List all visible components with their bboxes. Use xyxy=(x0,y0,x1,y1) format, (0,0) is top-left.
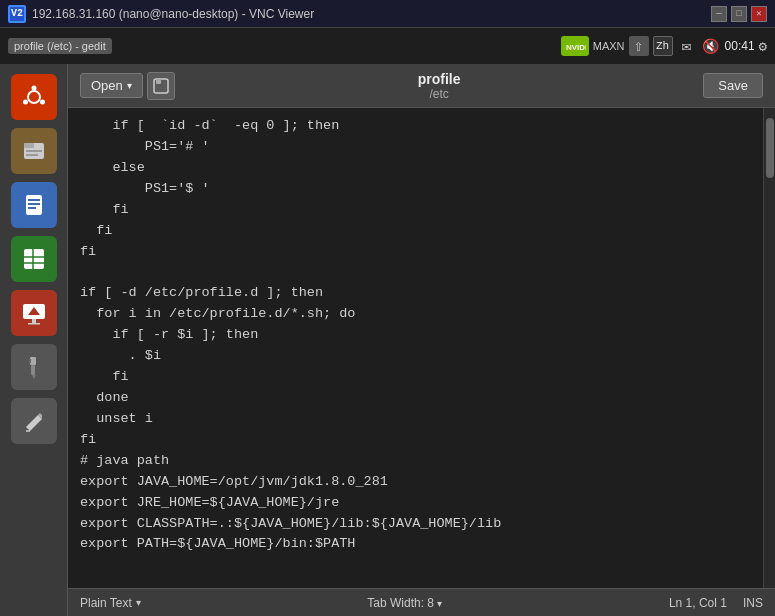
status-right: Ln 1, Col 1 INS xyxy=(669,596,763,610)
svg-rect-24 xyxy=(31,365,35,375)
file-type-arrow: ▾ xyxy=(136,597,141,608)
svg-rect-8 xyxy=(24,143,34,148)
svg-rect-14 xyxy=(28,207,36,209)
open-arrow: ▾ xyxy=(127,80,132,91)
header-left: Open ▾ xyxy=(80,72,175,100)
svg-rect-26 xyxy=(29,359,31,363)
window-controls: ─ □ ✕ xyxy=(711,6,767,22)
clock: 00:41 xyxy=(725,39,755,53)
taskbar-right: NVIDIA MAXN ⇧ Zh ✉ 🔇 00:41 ⚙ xyxy=(561,36,767,56)
header-bar: Open ▾ profile /etc Save xyxy=(68,64,775,108)
sidebar-item-presentation[interactable] xyxy=(11,290,57,336)
settings-icon[interactable]: ⚙ xyxy=(759,38,767,55)
code-container: if [ `id -d` -eq 0 ]; then PS1='# ' else… xyxy=(68,108,775,588)
taskbar: profile (/etc) - gedit NVIDIA MAXN ⇧ Zh … xyxy=(0,28,775,64)
new-tab-button[interactable] xyxy=(147,72,175,100)
svg-rect-21 xyxy=(32,319,36,323)
filename: profile xyxy=(418,71,461,87)
maxn-label: MAXN xyxy=(593,40,625,52)
title-bar: V2 192.168.31.160 (nano@nano-desktop) - … xyxy=(0,0,775,28)
close-button[interactable]: ✕ xyxy=(751,6,767,22)
vnc-logo: V2 xyxy=(8,5,26,23)
header-center: profile /etc xyxy=(418,71,461,101)
svg-rect-12 xyxy=(28,199,40,201)
sidebar-item-spreadsheet[interactable] xyxy=(11,236,57,282)
svg-rect-13 xyxy=(28,203,40,205)
title-bar-title: 192.168.31.160 (nano@nano-desktop) - VNC… xyxy=(32,7,314,21)
maximize-button[interactable]: □ xyxy=(731,6,747,22)
sidebar xyxy=(0,64,68,616)
insert-mode: INS xyxy=(743,596,763,610)
svg-rect-10 xyxy=(26,154,38,156)
scrollbar-track[interactable] xyxy=(763,108,775,588)
editor-area: Open ▾ profile /etc Save xyxy=(68,64,775,616)
svg-point-5 xyxy=(40,100,45,105)
minimize-button[interactable]: ─ xyxy=(711,6,727,22)
file-type-label: Plain Text xyxy=(80,596,132,610)
mail-icon: ✉ xyxy=(677,36,697,56)
cursor-position: Ln 1, Col 1 xyxy=(669,596,727,610)
sidebar-item-files[interactable] xyxy=(11,128,57,174)
svg-rect-29 xyxy=(156,79,161,84)
taskbar-left: profile (/etc) - gedit xyxy=(8,38,112,54)
svg-rect-22 xyxy=(28,323,40,325)
app-body: Open ▾ profile /etc Save xyxy=(0,64,775,616)
status-bar: Plain Text ▾ Tab Width: 8 ▾ Ln 1, Col 1 … xyxy=(68,588,775,616)
tab-width-selector[interactable]: Tab Width: 8 ▾ xyxy=(367,596,442,610)
tab-width-arrow: ▾ xyxy=(437,598,442,609)
title-bar-left: V2 192.168.31.160 (nano@nano-desktop) - … xyxy=(8,5,314,23)
svg-marker-25 xyxy=(32,375,36,379)
app-indicator[interactable]: profile (/etc) - gedit xyxy=(8,38,112,54)
volume-icon: 🔇 xyxy=(701,36,721,56)
svg-text:NVIDIA: NVIDIA xyxy=(566,43,586,52)
app-window: Open ▾ profile /etc Save xyxy=(0,64,775,616)
svg-rect-15 xyxy=(24,249,44,269)
sidebar-item-pen[interactable] xyxy=(11,344,57,390)
file-type-selector[interactable]: Plain Text ▾ xyxy=(80,596,141,610)
filepath: /etc xyxy=(418,87,461,101)
sidebar-item-edit[interactable] xyxy=(11,398,57,444)
open-button[interactable]: Open ▾ xyxy=(80,73,143,98)
code-editor[interactable]: if [ `id -d` -eq 0 ]; then PS1='# ' else… xyxy=(68,108,763,588)
nvidia-logo: NVIDIA xyxy=(561,36,589,56)
sidebar-item-docs[interactable] xyxy=(11,182,57,228)
svg-point-6 xyxy=(23,100,28,105)
sidebar-item-ubuntu[interactable] xyxy=(11,74,57,120)
svg-point-4 xyxy=(31,86,36,91)
save-button[interactable]: Save xyxy=(703,73,763,98)
scrollbar-thumb[interactable] xyxy=(766,118,774,178)
zh-icon[interactable]: Zh xyxy=(653,36,673,56)
upload-icon: ⇧ xyxy=(629,36,649,56)
svg-rect-9 xyxy=(26,150,42,152)
